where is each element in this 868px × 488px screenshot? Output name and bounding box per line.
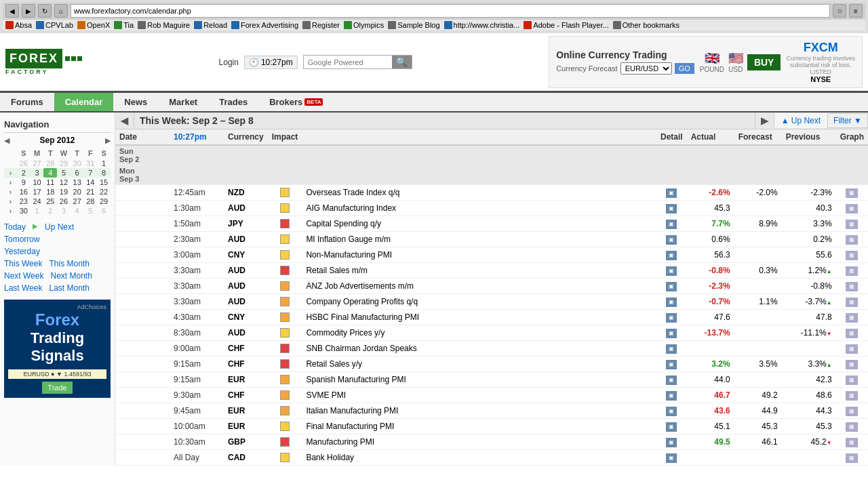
cal-day[interactable]: 24 — [31, 197, 44, 206]
detail-icon[interactable]: ▣ — [666, 344, 677, 354]
detail-icon[interactable]: ▣ — [666, 391, 677, 401]
bookmark-openx[interactable]: OpenX — [77, 21, 110, 29]
bookmark-register[interactable]: Register — [302, 21, 340, 29]
refresh-button[interactable]: ↻ — [38, 4, 52, 18]
ad-currency-select[interactable]: EUR/USD — [620, 62, 672, 75]
event-graph[interactable]: ▦ — [836, 419, 868, 434]
cal-day-today[interactable]: 4 — [43, 168, 57, 178]
cal-day[interactable]: 19 — [57, 187, 71, 197]
sidebar-ad[interactable]: AdChoices Forex TradingSignals EURUSD ● … — [4, 300, 111, 398]
ad-buy-button[interactable]: BUY — [747, 54, 781, 70]
detail-icon[interactable]: ▣ — [666, 407, 677, 416]
cal-week-num[interactable]: › — [4, 178, 17, 187]
cal-day[interactable]: 14 — [84, 178, 98, 187]
event-graph[interactable]: ▦ — [836, 372, 868, 388]
graph-icon[interactable]: ▦ — [846, 329, 858, 338]
filter-button[interactable]: Filter ▼ — [827, 113, 868, 128]
cal-next-month-btn[interactable]: ▶ — [105, 136, 111, 145]
detail-icon[interactable]: ▣ — [666, 422, 677, 432]
detail-icon[interactable]: ▣ — [666, 360, 677, 369]
detail-icon[interactable]: ▣ — [666, 329, 677, 338]
bookmark-adobe[interactable]: Adobe - Flash Player... — [524, 21, 608, 29]
forward-button[interactable]: ▶ — [22, 4, 35, 18]
bookmark-rob[interactable]: Rob Maguire — [138, 21, 190, 29]
cal-day[interactable]: 6 — [97, 206, 111, 216]
search-button[interactable]: 🔍 — [392, 56, 412, 68]
cal-prev-month-btn[interactable]: ◀ — [4, 136, 9, 145]
logo[interactable]: FOREX FACTORY — [5, 49, 82, 75]
graph-icon[interactable]: ▦ — [846, 360, 858, 369]
cal-day[interactable]: 3 — [57, 206, 71, 216]
event-graph[interactable]: ▦ — [836, 279, 868, 294]
cal-day[interactable]: 26 — [17, 159, 31, 168]
cal-day[interactable]: 11 — [43, 178, 57, 187]
nav-trades[interactable]: Trades — [208, 93, 258, 111]
cal-day[interactable]: 1 — [97, 159, 111, 168]
event-detail[interactable]: ▣ — [656, 185, 687, 201]
event-graph[interactable]: ▦ — [836, 247, 868, 263]
cal-day[interactable]: 9 — [17, 178, 31, 187]
event-detail[interactable]: ▣ — [656, 325, 687, 341]
cal-day[interactable]: 21 — [84, 187, 98, 197]
graph-icon[interactable]: ▦ — [846, 282, 858, 291]
event-graph[interactable]: ▦ — [836, 325, 868, 341]
detail-icon[interactable]: ▣ — [666, 298, 677, 307]
graph-icon[interactable]: ▦ — [846, 266, 858, 276]
nav-news[interactable]: News — [113, 93, 158, 111]
event-detail[interactable]: ▣ — [656, 403, 687, 419]
event-graph[interactable]: ▦ — [836, 310, 868, 325]
bookmark-cpvlab[interactable]: CPVLab — [36, 21, 73, 29]
event-graph[interactable]: ▦ — [836, 341, 868, 357]
search-input[interactable] — [304, 57, 392, 68]
event-detail[interactable]: ▣ — [656, 294, 687, 310]
event-detail[interactable]: ▣ — [656, 419, 687, 434]
event-detail[interactable]: ▣ — [656, 372, 687, 388]
detail-icon[interactable]: ▣ — [666, 438, 677, 447]
event-detail[interactable]: ▣ — [656, 450, 687, 466]
event-graph[interactable]: ▦ — [836, 357, 868, 372]
cal-day[interactable]: 8 — [97, 168, 111, 178]
cal-week-num[interactable] — [4, 159, 17, 168]
detail-icon[interactable]: ▣ — [666, 220, 677, 229]
col-time-header[interactable]: 10:27pm — [170, 129, 224, 145]
cal-day[interactable]: 6 — [71, 168, 84, 178]
graph-icon[interactable]: ▦ — [846, 453, 858, 463]
link-up-next[interactable]: Up Next — [45, 222, 74, 232]
cal-day[interactable]: 4 — [71, 206, 84, 216]
detail-icon[interactable]: ▣ — [666, 453, 677, 463]
event-graph[interactable]: ▦ — [836, 263, 868, 279]
event-graph[interactable]: ▦ — [836, 201, 868, 216]
cal-day[interactable]: 10 — [31, 178, 44, 187]
graph-icon[interactable]: ▦ — [846, 235, 858, 245]
event-graph[interactable]: ▦ — [836, 232, 868, 247]
graph-icon[interactable]: ▦ — [846, 298, 858, 307]
cal-day[interactable]: 28 — [43, 159, 57, 168]
nav-brokers[interactable]: Brokers — [258, 93, 334, 111]
detail-icon[interactable]: ▣ — [666, 235, 677, 245]
graph-icon[interactable]: ▦ — [846, 188, 858, 198]
link-next-month[interactable]: Next Month — [50, 271, 92, 281]
cal-day[interactable]: 29 — [57, 159, 71, 168]
cal-week-num[interactable]: › — [4, 206, 17, 216]
ad-go-button[interactable]: GO — [675, 63, 694, 74]
link-last-month[interactable]: Last Month — [49, 283, 89, 293]
graph-icon[interactable]: ▦ — [846, 391, 858, 401]
event-graph[interactable]: ▦ — [836, 216, 868, 232]
bookmark-star[interactable]: ☆ — [833, 4, 846, 18]
bookmark-christia[interactable]: http://www.christia... — [444, 21, 520, 29]
cal-day[interactable]: 3 — [31, 168, 44, 178]
bookmark-reload[interactable]: Reload — [194, 21, 227, 29]
event-detail[interactable]: ▣ — [656, 232, 687, 247]
detail-icon[interactable]: ▣ — [666, 188, 677, 198]
link-yesterday[interactable]: Yesterday — [4, 247, 40, 256]
link-tomorrow[interactable]: Tomorrow — [4, 235, 40, 244]
link-next-week[interactable]: Next Week — [4, 271, 43, 281]
up-next-button[interactable]: ▲ Up Next — [774, 113, 827, 128]
graph-icon[interactable]: ▦ — [846, 251, 858, 260]
event-detail[interactable]: ▣ — [656, 388, 687, 403]
cal-day[interactable]: 30 — [17, 206, 31, 216]
cal-day[interactable]: 26 — [57, 197, 71, 206]
nav-forums[interactable]: Forums — [0, 93, 54, 111]
bookmark-forex-adv[interactable]: Forex Advertising — [231, 21, 298, 29]
bookmark-absa[interactable]: Absa — [5, 21, 32, 29]
